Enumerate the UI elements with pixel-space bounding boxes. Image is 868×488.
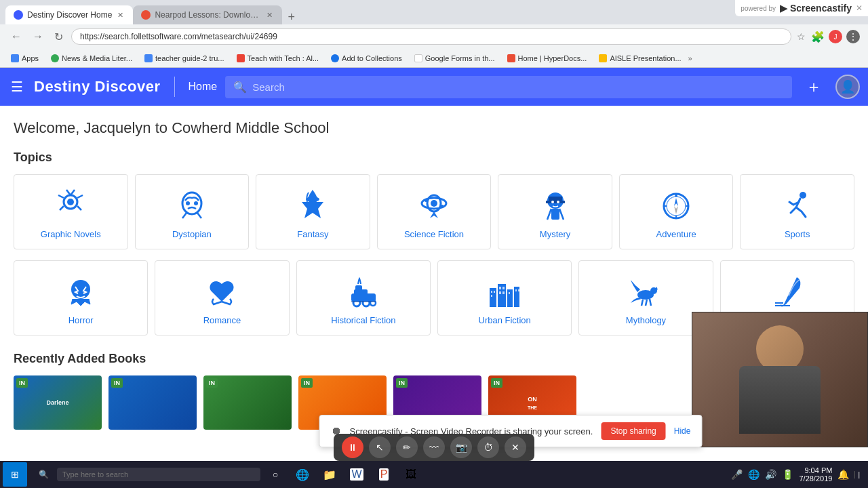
taskbar-network-icon[interactable]: 🌐: [748, 469, 760, 480]
topic-mystery[interactable]: Mystery: [498, 174, 612, 249]
taskbar-search-input[interactable]: [57, 468, 260, 481]
bookmark-apps[interactable]: Apps: [5, 53, 44, 64]
taskbar-notification-icon[interactable]: 🔔: [837, 469, 849, 480]
powered-by-text: powered by: [741, 5, 776, 12]
topic-graphic-novels[interactable]: Graphic Novels: [14, 174, 128, 249]
svg-rect-41: [507, 289, 513, 307]
adventure-label: Adventure: [656, 229, 696, 239]
tab-destiny[interactable]: Destiny Discover Home ✕: [5, 5, 133, 24]
bookmarks-bar: Apps News & Media Liter... teacher guide…: [0, 49, 868, 68]
screencastify-badge: powered by ▶ Screencastify ✕: [735, 0, 868, 16]
extensions-icon[interactable]: 🧩: [811, 30, 825, 43]
bookmark-teacher[interactable]: teacher guide-2 tru...: [139, 53, 230, 64]
topic-historical-fiction[interactable]: Historical Fiction: [296, 260, 431, 336]
bookmark-add-label: Add to Collections: [342, 54, 402, 62]
bookmark-teacher-label: teacher guide-2 tru...: [155, 54, 224, 62]
home-nav-label[interactable]: Home: [189, 81, 218, 93]
science-fiction-icon: [416, 188, 452, 224]
topic-horror[interactable]: Horror: [14, 260, 148, 336]
bookmark-aisle[interactable]: AISLE Presentation...: [593, 53, 686, 64]
taskbar-time-text: 9:04 PM: [799, 466, 832, 474]
topic-romance[interactable]: Romance: [155, 260, 289, 336]
svg-line-1: [66, 190, 71, 195]
menu-hamburger[interactable]: ☰: [8, 76, 26, 98]
chrome-taskbar-icon: 🌐: [296, 468, 309, 481]
sc-stop-button[interactable]: ✕: [505, 436, 526, 458]
bookmark-google[interactable]: Google Forms in th...: [409, 53, 500, 64]
bookmark-star[interactable]: ☆: [797, 31, 806, 42]
svg-rect-22: [551, 209, 559, 220]
sc-camera-button[interactable]: 📷: [450, 436, 472, 458]
sc-pen-button[interactable]: ✏: [396, 436, 418, 458]
svg-rect-44: [494, 291, 495, 293]
tab-destiny-label: Destiny Discover Home: [27, 10, 112, 20]
bookmark-add[interactable]: Add to Collections: [326, 53, 408, 64]
mystery-label: Mystery: [540, 229, 571, 239]
bookmark-teach[interactable]: Teach with Tech : Al...: [231, 53, 325, 64]
hide-button[interactable]: Hide: [674, 426, 691, 436]
taskbar-explorer[interactable]: 📁: [317, 462, 342, 487]
sc-timer-button[interactable]: ⏱: [477, 436, 499, 458]
bookmark-apps-label: Apps: [22, 54, 39, 62]
romance-icon: [204, 274, 239, 310]
refresh-button[interactable]: ↻: [52, 29, 66, 45]
bookmark-aisle-label: AISLE Presentation...: [610, 54, 681, 62]
windows-icon: ⊞: [11, 469, 19, 480]
topic-fantasy[interactable]: Fantasy: [256, 174, 370, 249]
graphic-novels-icon: [53, 188, 88, 224]
search-icon: 🔍: [233, 81, 247, 94]
tab-nearpod[interactable]: Nearpod Lessons: Download re... ✕: [133, 5, 282, 24]
svg-line-3: [58, 195, 64, 198]
svg-point-20: [551, 201, 554, 203]
address-right-icons: 🧩 J ⋮: [811, 30, 860, 43]
topic-dystopian[interactable]: Dystopian: [135, 174, 250, 249]
bookmark-google-label: Google Forms in th...: [425, 54, 495, 62]
taskbar-mic-icon[interactable]: 🎤: [731, 469, 743, 480]
stop-sharing-button[interactable]: Stop sharing: [601, 422, 665, 440]
topic-sports[interactable]: Sports: [740, 174, 854, 249]
taskbar-word[interactable]: W: [344, 462, 369, 487]
taskbar-photos[interactable]: 🖼: [399, 462, 423, 487]
taskbar-cortana[interactable]: ○: [263, 462, 288, 487]
tab-destiny-close[interactable]: ✕: [116, 11, 125, 20]
bookmarks-overflow[interactable]: »: [688, 54, 692, 62]
tab-nearpod-close[interactable]: ✕: [265, 11, 274, 20]
sc-pause-button[interactable]: ⏸: [342, 436, 363, 458]
taskbar-chrome[interactable]: 🌐: [290, 462, 315, 487]
svg-point-15: [425, 199, 427, 202]
add-button[interactable]: ＋: [800, 73, 827, 100]
taskbar-powerpoint[interactable]: P: [372, 462, 396, 487]
search-input[interactable]: [225, 76, 792, 98]
search-wrapper: 🔍: [225, 76, 792, 98]
taskbar-show-desktop[interactable]: |: [854, 471, 860, 479]
profile-icon[interactable]: J: [829, 30, 842, 43]
sc-marker-button[interactable]: 〰: [423, 436, 445, 458]
news-bookmark-icon: [51, 54, 59, 62]
topic-science-fiction[interactable]: Science Fiction: [377, 174, 492, 249]
sc-cursor-button[interactable]: ↖: [369, 436, 391, 458]
topic-adventure[interactable]: N Adventure: [619, 174, 734, 249]
svg-point-31: [71, 280, 90, 299]
start-button[interactable]: ⊞: [3, 462, 27, 487]
topic-urban-fiction[interactable]: Urban Fiction: [437, 260, 572, 336]
new-tab-button[interactable]: +: [282, 10, 300, 24]
header-divider: [174, 77, 175, 97]
badge-close[interactable]: ✕: [856, 3, 863, 13]
taskbar-volume-icon[interactable]: 🔊: [765, 469, 776, 480]
mythology-icon: [628, 274, 663, 310]
svg-rect-18: [549, 197, 562, 201]
settings-icon[interactable]: ⋮: [846, 30, 860, 43]
url-bar[interactable]: https://search.follettsoftware.com/metas…: [71, 28, 791, 45]
user-avatar[interactable]: 👤: [835, 75, 860, 99]
book-card-2[interactable]: IN: [108, 375, 197, 430]
bookmark-home[interactable]: Home | HyperDocs...: [502, 53, 593, 64]
book-badge-2: IN: [111, 378, 123, 388]
bookmark-news[interactable]: News & Media Liter...: [45, 53, 138, 64]
back-button[interactable]: ←: [8, 29, 24, 44]
taskbar-search-icon[interactable]: 🔍: [31, 462, 56, 487]
add-bookmark-icon: [331, 54, 339, 62]
forward-button[interactable]: →: [30, 29, 46, 44]
book-card-1[interactable]: Darlene IN: [14, 375, 102, 430]
historical-fiction-icon: [346, 274, 381, 310]
book-card-3[interactable]: IN: [203, 375, 292, 430]
